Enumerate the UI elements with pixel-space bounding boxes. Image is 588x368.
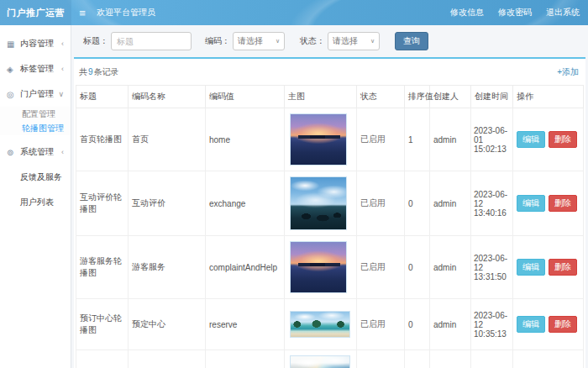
cell-sort: 0 xyxy=(405,171,430,236)
cell-created-time: 2023-06-12 xyxy=(471,350,513,368)
cell-status: 已启用 xyxy=(357,350,405,368)
status-badge: 已启用 xyxy=(360,134,386,144)
cell-created-time: 2023-06-01 15:02:13 xyxy=(471,108,513,171)
banner-thumbnail xyxy=(290,241,347,293)
brand-title: 门户推广运营 xyxy=(0,0,71,25)
cell-sort: 1 xyxy=(405,108,430,171)
chevron-left-icon: ‹ xyxy=(61,39,66,48)
cell-title: 旅游指南轮播图 xyxy=(76,350,129,368)
chevron-left-icon: ‹ xyxy=(61,65,66,73)
code-select-value: 请选择 xyxy=(238,35,263,47)
welcome-text: 欢迎平台管理员 xyxy=(93,0,450,25)
shield-icon: ⊚ xyxy=(7,148,20,157)
banner-thumbnail xyxy=(290,355,350,368)
sidebar-item-portal[interactable]: ◎门户管理∨ xyxy=(0,81,71,107)
tag-icon: ◈ xyxy=(7,65,20,74)
cell-code-value: traffic xyxy=(206,350,285,368)
edit-button[interactable]: 编辑 xyxy=(517,131,545,148)
topbar-link-profile[interactable]: 修改信息 xyxy=(450,7,484,18)
record-count-number: 9 xyxy=(87,67,94,76)
cell-created-time: 2023-06-12 10:35:13 xyxy=(471,299,513,350)
cell-main-image xyxy=(285,108,357,171)
cell-created-time: 2023-06-12 13:31:50 xyxy=(471,236,513,299)
cell-actions: 编辑删除 xyxy=(513,108,584,171)
cell-code-name: 预定中心 xyxy=(129,299,206,350)
table-row: 首页轮播图首页home已启用1admin2023-06-01 15:02:13编… xyxy=(76,108,584,171)
sidebar-item-label: 标签管理 xyxy=(20,63,61,75)
cell-code-value: home xyxy=(206,108,285,171)
banner-thumbnail xyxy=(290,311,350,338)
cell-title: 互动评价轮播图 xyxy=(76,171,129,236)
record-count: 共9条记录 xyxy=(79,66,119,78)
cell-code-value: exchange xyxy=(206,171,285,236)
cell-main-image xyxy=(285,236,357,299)
edit-button[interactable]: 编辑 xyxy=(517,195,545,212)
banner-table: 标题编码名称编码值主图状态排序值创建人创建时间操作 首页轮播图首页home已启用… xyxy=(76,85,584,368)
code-select[interactable]: 请选择 ∨ xyxy=(233,32,285,50)
target-icon: ◎ xyxy=(7,90,20,99)
delete-button[interactable]: 删除 xyxy=(549,195,577,212)
cell-creator: admin xyxy=(430,236,471,299)
status-select-value: 请选择 xyxy=(333,35,358,47)
sidebar-item-feedback[interactable]: 反馈及服务 xyxy=(0,165,71,190)
chevron-down-icon: ∨ xyxy=(276,38,280,45)
topbar-links: 修改信息 修改密码 退出系统 xyxy=(450,0,588,25)
edit-button[interactable]: 编辑 xyxy=(517,259,545,276)
banner-thumbnail xyxy=(290,113,347,166)
cell-code-name: 互动评价 xyxy=(129,171,206,236)
topbar-link-logout[interactable]: 退出系统 xyxy=(546,7,580,18)
column-header: 编码值 xyxy=(206,86,285,108)
result-panel: 共9条记录 +添加 标题编码名称编码值主图状态排序值创建人创建时间操作 首页轮播… xyxy=(74,57,585,368)
banner-thumbnail xyxy=(290,176,347,230)
cell-creator: admin xyxy=(430,171,471,236)
delete-button[interactable]: 删除 xyxy=(549,131,577,148)
title-filter-input[interactable] xyxy=(111,32,192,50)
sidebar-item-content[interactable]: ▦内容管理‹ xyxy=(0,31,71,56)
main-content: 标题： 编码： 请选择 ∨ 状态： 请选择 ∨ 查询 共9条记录 +添加 xyxy=(71,25,588,368)
cell-actions: 编辑删除 xyxy=(513,299,584,350)
sidebar-nav: ▦内容管理‹◈标签管理‹◎门户管理∨配置管理轮播图管理⊚系统管理‹反馈及服务用户… xyxy=(0,25,71,368)
sidebar-item-tag[interactable]: ◈标签管理‹ xyxy=(0,56,71,81)
cell-actions: 编辑删除 xyxy=(513,236,584,299)
topbar: 门户推广运营 ≡ 欢迎平台管理员 修改信息 修改密码 退出系统 xyxy=(0,0,588,25)
table-row: 预订中心轮播图预定中心reserve已启用0admin2023-06-12 10… xyxy=(76,299,584,350)
column-header: 标题 xyxy=(76,86,129,108)
cell-creator: admin xyxy=(430,299,471,350)
cell-sort: 0 xyxy=(405,299,430,350)
menu-icon[interactable]: ≡ xyxy=(71,0,93,25)
add-link[interactable]: +添加 xyxy=(557,66,579,78)
cell-status: 已启用 xyxy=(357,108,405,171)
sidebar-item-users[interactable]: 用户列表 xyxy=(0,190,71,215)
cell-code-name: 游客服务 xyxy=(129,236,206,299)
sidebar-subitem-carousel[interactable]: 轮播图管理 xyxy=(0,121,71,135)
status-select[interactable]: 请选择 ∨ xyxy=(328,32,380,50)
delete-button[interactable]: 删除 xyxy=(549,316,577,333)
cell-code-value: complaintAndHelp xyxy=(206,236,285,299)
topbar-link-password[interactable]: 修改密码 xyxy=(498,7,532,18)
delete-button[interactable]: 删除 xyxy=(549,259,577,276)
sidebar-item-system[interactable]: ⊚系统管理‹ xyxy=(0,139,71,165)
cell-title: 预订中心轮播图 xyxy=(76,299,129,350)
column-header: 操作 xyxy=(513,86,584,108)
cell-sort: 0 xyxy=(405,350,430,368)
edit-button[interactable]: 编辑 xyxy=(517,316,545,333)
cell-status: 已启用 xyxy=(357,299,405,350)
chevron-left-icon: ‹ xyxy=(61,148,66,156)
search-button[interactable]: 查询 xyxy=(395,32,428,50)
chevron-down-icon: ∨ xyxy=(58,90,66,98)
table-row: 游客服务轮播图游客服务complaintAndHelp已启用0admin2023… xyxy=(76,236,584,299)
cell-main-image xyxy=(285,350,357,368)
status-badge: 已启用 xyxy=(360,319,386,329)
cell-main-image xyxy=(285,299,357,350)
code-filter-label: 编码： xyxy=(205,35,230,47)
sidebar-subitem-config[interactable]: 配置管理 xyxy=(0,107,71,121)
cell-creator: admin xyxy=(430,350,471,368)
filter-bar: 标题： 编码： 请选择 ∨ 状态： 请选择 ∨ 查询 xyxy=(71,25,588,57)
cell-status: 已启用 xyxy=(357,236,405,299)
column-header: 创建人 xyxy=(430,86,471,108)
cell-actions: 编辑删除 xyxy=(513,350,584,368)
title-filter-label: 标题： xyxy=(83,35,108,47)
cell-status: 已启用 xyxy=(357,171,405,236)
cell-main-image xyxy=(285,171,357,236)
cell-creator: admin xyxy=(430,108,471,171)
